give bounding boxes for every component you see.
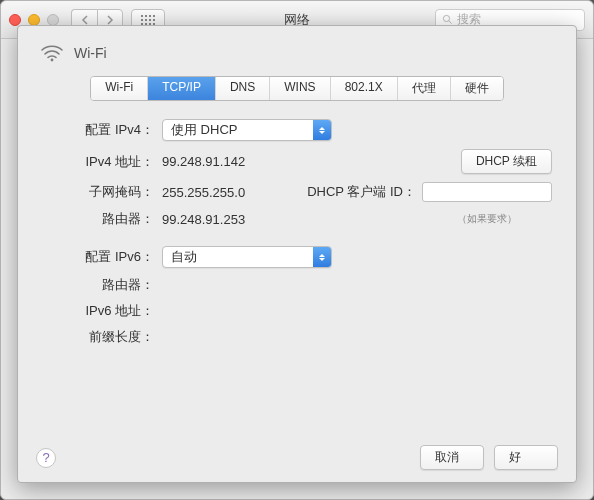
- panel-header-label: Wi-Fi: [74, 45, 107, 61]
- ipv6-config-label: 配置 IPv6：: [42, 248, 162, 266]
- network-advanced-sheet: Wi-Fi Wi-Fi TCP/IP DNS WINS 802.1X 代理 硬件…: [17, 25, 577, 483]
- ipv6-config-select[interactable]: 自动: [162, 246, 332, 268]
- traffic-lights: [9, 14, 59, 26]
- tab-8021x[interactable]: 802.1X: [331, 77, 398, 100]
- ipv4-config-label: 配置 IPv4：: [42, 121, 162, 139]
- ipv4-config-select[interactable]: 使用 DHCP: [162, 119, 332, 141]
- tab-wifi[interactable]: Wi-Fi: [91, 77, 148, 100]
- subnet-label: 子网掩码：: [42, 183, 162, 201]
- help-icon: ?: [42, 450, 49, 465]
- ipv6-config-value: 自动: [163, 248, 313, 266]
- panel-header: Wi-Fi: [40, 44, 558, 62]
- form-area: 配置 IPv4： 使用 DHCP IPv4 地址： 99.248.91.142 …: [36, 119, 558, 437]
- chevron-updown-icon: [313, 120, 331, 140]
- dhcp-renew-button[interactable]: DHCP 续租: [461, 149, 552, 174]
- preferences-window: 网络 搜索 Wi-Fi Wi-Fi TCP/IP DNS WINS 802.1X: [0, 0, 594, 500]
- chevron-left-icon: [81, 15, 89, 25]
- chevron-right-icon: [106, 15, 114, 25]
- tab-dns[interactable]: DNS: [216, 77, 270, 100]
- svg-point-2: [51, 59, 54, 62]
- ipv4-router-value: 99.248.91.253: [162, 212, 245, 227]
- subnet-value: 255.255.255.0: [162, 185, 272, 200]
- svg-line-1: [449, 21, 452, 24]
- ipv4-config-value: 使用 DHCP: [163, 121, 313, 139]
- ipv6-router-label: 路由器：: [42, 276, 162, 294]
- close-icon[interactable]: [9, 14, 21, 26]
- sheet-footer: ? 取消 好: [36, 437, 558, 470]
- maximize-icon: [47, 14, 59, 26]
- ipv4-address-value: 99.248.91.142: [162, 154, 245, 169]
- tab-tcpip[interactable]: TCP/IP: [148, 77, 216, 100]
- svg-point-0: [443, 15, 449, 21]
- dhcp-client-id-label: DHCP 客户端 ID：: [307, 183, 416, 201]
- tab-hardware[interactable]: 硬件: [451, 77, 503, 100]
- dhcp-client-id-input[interactable]: [422, 182, 552, 202]
- tabs: Wi-Fi TCP/IP DNS WINS 802.1X 代理 硬件: [90, 76, 503, 101]
- wifi-icon: [40, 44, 64, 62]
- dhcp-client-id-hint: （如果要求）: [422, 212, 552, 226]
- tab-proxy[interactable]: 代理: [398, 77, 451, 100]
- tab-wins[interactable]: WINS: [270, 77, 330, 100]
- ipv4-address-label: IPv4 地址：: [42, 153, 162, 171]
- cancel-button[interactable]: 取消: [420, 445, 484, 470]
- ipv6-address-label: IPv6 地址：: [42, 302, 162, 320]
- ipv4-router-label: 路由器：: [42, 210, 162, 228]
- search-icon: [442, 14, 453, 25]
- ipv6-prefix-label: 前缀长度：: [42, 328, 162, 346]
- grid-icon: [141, 15, 155, 25]
- help-button[interactable]: ?: [36, 448, 56, 468]
- minimize-icon[interactable]: [28, 14, 40, 26]
- chevron-updown-icon: [313, 247, 331, 267]
- ok-button[interactable]: 好: [494, 445, 558, 470]
